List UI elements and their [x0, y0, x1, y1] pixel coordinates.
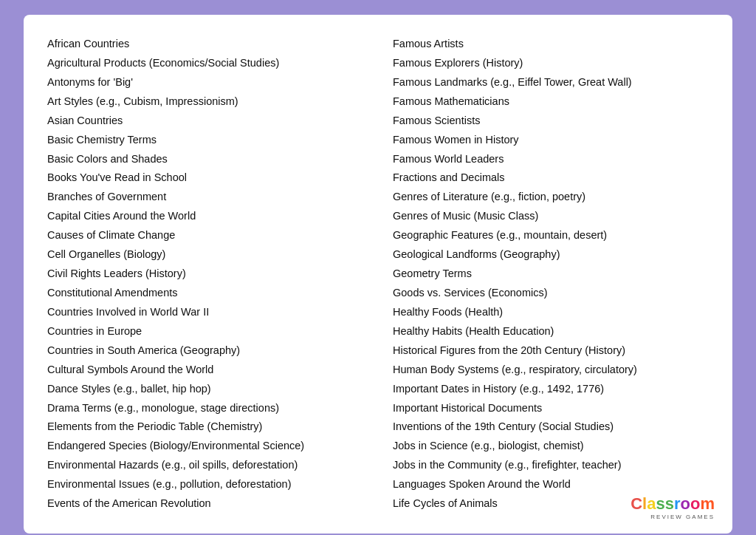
list-item: Countries in South America (Geography)	[47, 342, 363, 360]
list-item: Events of the American Revolution	[47, 495, 363, 513]
list-item: Famous Explorers (History)	[393, 55, 709, 72]
list-item: Important Historical Documents	[393, 400, 709, 418]
list-item: Famous World Leaders	[393, 151, 709, 168]
list-item: Civil Rights Leaders (History)	[47, 265, 363, 283]
list-item: Healthy Foods (Health)	[393, 304, 709, 321]
list-item: Countries Involved in World War II	[47, 304, 363, 321]
list-item: Geological Landforms (Geography)	[393, 246, 709, 264]
logo-area: Classroom REVIEW GAMES	[630, 494, 715, 520]
list-item: Books You've Read in School	[47, 169, 363, 187]
list-item: Cell Organelles (Biology)	[47, 246, 363, 264]
list-item: Agricultural Products (Economics/Social …	[47, 55, 363, 72]
list-item: Important Dates in History (e.g., 1492, …	[393, 381, 709, 398]
list-item: Antonyms for 'Big'	[47, 74, 363, 92]
list-item: Human Body Systems (e.g., respiratory, c…	[393, 361, 709, 379]
list-item: Famous Scientists	[393, 112, 709, 130]
list-item: African Countries	[47, 35, 363, 53]
list-item: Historical Figures from the 20th Century…	[393, 342, 709, 360]
main-card: African CountriesAgricultural Products (…	[24, 15, 732, 534]
list-item: Healthy Habits (Health Education)	[393, 323, 709, 341]
list-item: Environmental Hazards (e.g., oil spills,…	[47, 457, 363, 474]
list-item: Geographic Features (e.g., mountain, des…	[393, 227, 709, 245]
list-item: Constitutional Amendments	[47, 284, 363, 302]
list-item: Countries in Europe	[47, 323, 363, 341]
list-item: Jobs in the Community (e.g., firefighter…	[393, 457, 709, 474]
list-item: Endangered Species (Biology/Environmenta…	[47, 437, 363, 455]
right-column: Famous ArtistsFamous Explorers (History)…	[378, 35, 709, 513]
list-item: Famous Women in History	[393, 132, 709, 149]
list-item: Causes of Climate Change	[47, 227, 363, 245]
list-item: Branches of Government	[47, 188, 363, 206]
left-column: African CountriesAgricultural Products (…	[47, 35, 378, 513]
list-item: Geometry Terms	[393, 265, 709, 283]
list-item: Art Styles (e.g., Cubism, Impressionism)	[47, 93, 363, 111]
list-item: Cultural Symbols Around the World	[47, 361, 363, 379]
list-item: Languages Spoken Around the World	[393, 476, 709, 494]
list-item: Elements from the Periodic Table (Chemis…	[47, 418, 363, 436]
list-item: Inventions of the 19th Century (Social S…	[393, 418, 709, 436]
list-item: Asian Countries	[47, 112, 363, 130]
list-item: Famous Artists	[393, 35, 709, 53]
logo-tagline: REVIEW GAMES	[630, 514, 715, 520]
list-item: Famous Landmarks (e.g., Eiffel Tower, Gr…	[393, 74, 709, 92]
list-item: Genres of Music (Music Class)	[393, 208, 709, 225]
logo-text: Classroom	[630, 494, 715, 513]
list-item: Genres of Literature (e.g., fiction, poe…	[393, 188, 709, 206]
list-item: Environmental Issues (e.g., pollution, d…	[47, 476, 363, 494]
list-item: Basic Colors and Shades	[47, 151, 363, 168]
list-item: Capital Cities Around the World	[47, 208, 363, 225]
list-item: Drama Terms (e.g., monologue, stage dire…	[47, 400, 363, 418]
list-item: Basic Chemistry Terms	[47, 132, 363, 149]
list-item: Jobs in Science (e.g., biologist, chemis…	[393, 437, 709, 455]
list-item: Famous Mathematicians	[393, 93, 709, 111]
content-columns: African CountriesAgricultural Products (…	[47, 35, 709, 513]
list-item: Goods vs. Services (Economics)	[393, 284, 709, 302]
list-item: Fractions and Decimals	[393, 169, 709, 187]
list-item: Dance Styles (e.g., ballet, hip hop)	[47, 381, 363, 398]
